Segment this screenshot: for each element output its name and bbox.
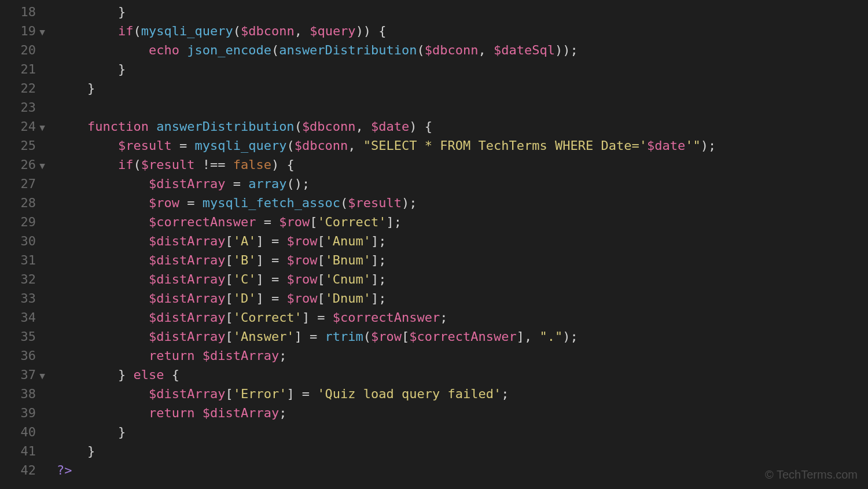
token <box>57 253 149 267</box>
line-number: 40 <box>0 422 45 442</box>
token: $distArray <box>149 329 225 344</box>
token: [ <box>225 272 233 286</box>
code-line[interactable]: if($result !== false) { <box>57 155 716 174</box>
code-line[interactable]: $distArray['Error'] = 'Quiz load query f… <box>57 384 716 403</box>
token: $distArray <box>149 387 225 401</box>
code-line[interactable]: } else { <box>57 365 716 384</box>
token: ( <box>133 24 141 38</box>
token: [ <box>225 329 233 344</box>
token: $correctAnswer <box>333 310 440 325</box>
code-editor[interactable]: 1819▼2021222324▼2526▼2728293031323334353… <box>0 0 868 489</box>
token: } <box>57 425 126 439</box>
line-number: 26▼ <box>0 155 45 174</box>
code-line[interactable]: return $distArray; <box>57 346 716 365</box>
code-line[interactable]: $correctAnswer = $row['Correct']; <box>57 212 716 231</box>
code-line[interactable]: $row = mysqli_fetch_assoc($result); <box>57 193 716 212</box>
token: 'Dnum' <box>325 291 371 306</box>
code-line[interactable]: if(mysqli_query($dbconn, $query)) { <box>57 21 716 41</box>
code-line[interactable]: $distArray['Answer'] = rtrim($row[$corre… <box>57 327 716 346</box>
token: ); <box>701 138 716 153</box>
token <box>57 119 87 134</box>
code-line[interactable]: $distArray['Correct'] = $correctAnswer; <box>57 308 716 327</box>
token: } <box>57 5 126 19</box>
code-line[interactable]: return $distArray; <box>57 403 716 422</box>
line-number: 28 <box>0 193 45 212</box>
code-line[interactable]: $distArray = array(); <box>57 174 716 193</box>
token: $row <box>286 291 317 306</box>
token: $distArray <box>149 177 225 191</box>
token: = <box>225 177 248 191</box>
code-line[interactable] <box>57 98 716 117</box>
token: return <box>149 406 194 420</box>
code-line[interactable]: echo json_encode(answerDistribution($dbc… <box>57 41 716 60</box>
code-line[interactable]: $distArray['C'] = $row['Cnum']; <box>57 270 716 289</box>
token: if <box>118 24 134 38</box>
token: $distArray <box>203 406 279 420</box>
token: ]; <box>371 253 387 267</box>
token: 'Bnum' <box>325 253 371 267</box>
token: [ <box>310 215 317 229</box>
token: ]; <box>371 291 387 306</box>
token <box>57 24 118 38</box>
token: rtrim <box>325 329 363 344</box>
token: $result <box>141 157 195 172</box>
token: [ <box>317 272 325 286</box>
token: ] = <box>295 329 325 344</box>
fold-icon[interactable]: ▼ <box>38 23 45 42</box>
code-line[interactable]: } <box>57 79 716 98</box>
code-line[interactable]: $distArray['B'] = $row['Bnum']; <box>57 251 716 270</box>
fold-icon[interactable]: ▼ <box>38 366 45 385</box>
token: } <box>57 81 95 95</box>
token: ( <box>295 119 302 134</box>
line-number: 42 <box>0 461 45 480</box>
line-number: 32 <box>0 270 45 289</box>
token: ], <box>517 329 540 344</box>
token: ] = <box>256 291 286 306</box>
code-line[interactable]: } <box>57 422 716 442</box>
line-number: 31 <box>0 251 45 270</box>
token: ( <box>133 157 141 172</box>
line-number: 30 <box>0 231 45 251</box>
code-line[interactable]: function answerDistribution($dbconn, $da… <box>57 117 716 136</box>
token: ); <box>402 196 417 210</box>
token: answerDistribution <box>156 119 294 134</box>
token: '" <box>685 138 701 153</box>
fold-icon[interactable]: ▼ <box>38 156 45 175</box>
token <box>57 406 149 420</box>
token: ); <box>562 329 578 344</box>
token: ; <box>279 406 286 420</box>
token: } <box>57 62 126 76</box>
token: $result <box>118 138 172 153</box>
token: $row <box>371 329 402 344</box>
token: , <box>356 119 372 134</box>
token: false <box>233 157 271 172</box>
token: mysqli_query <box>194 138 286 153</box>
token: ) { <box>271 157 295 172</box>
code-line[interactable]: $distArray['A'] = $row['Anum']; <box>57 231 716 251</box>
token: ] = <box>286 387 317 401</box>
token: json_encode <box>187 43 271 57</box>
line-number: 38 <box>0 384 45 403</box>
line-number: 22 <box>0 79 45 98</box>
token: $correctAnswer <box>149 215 256 229</box>
code-line[interactable]: $result = mysqli_query($dbconn, "SELECT … <box>57 136 716 155</box>
line-number: 39 <box>0 403 45 422</box>
token: ( <box>233 24 241 38</box>
token: if <box>118 157 134 172</box>
code-line[interactable]: } <box>57 2 716 21</box>
code-line[interactable]: } <box>57 60 716 79</box>
code-area[interactable]: } if(mysqli_query($dbconn, $query)) { ec… <box>52 2 716 489</box>
token: [ <box>317 291 325 306</box>
token <box>57 310 149 325</box>
code-line[interactable]: ?> <box>57 461 716 480</box>
token: [ <box>225 253 233 267</box>
fold-icon[interactable]: ▼ <box>38 118 45 137</box>
token: ; <box>501 387 509 401</box>
token <box>194 348 202 363</box>
token: } <box>57 367 133 382</box>
token: = <box>172 138 195 153</box>
code-line[interactable]: } <box>57 442 716 461</box>
token: echo <box>149 43 179 57</box>
code-line[interactable]: $distArray['D'] = $row['Dnum']; <box>57 289 716 308</box>
token <box>57 348 149 363</box>
